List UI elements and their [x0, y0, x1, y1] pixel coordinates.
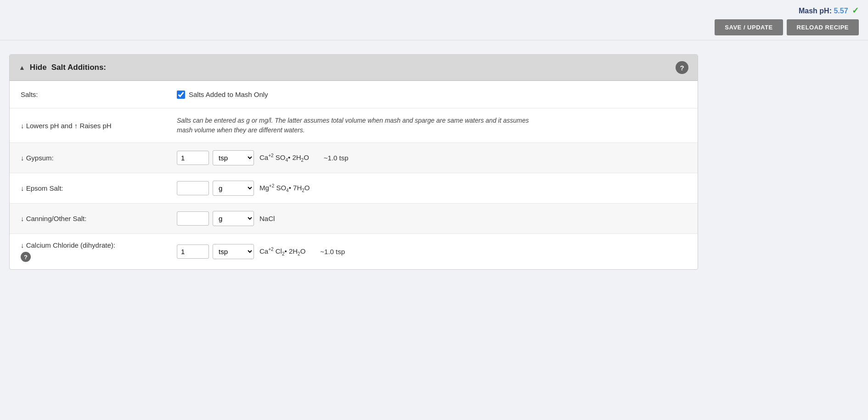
- section-help-icon[interactable]: ?: [676, 61, 688, 74]
- gypsum-amount-input[interactable]: [177, 151, 209, 165]
- salts-checkbox-label[interactable]: Salts Added to Mash Only: [177, 91, 268, 99]
- salts-content: Salts Added to Mash Only: [177, 91, 687, 99]
- canning-salt-content: g tsp mg/l NaCl: [177, 211, 687, 226]
- ph-note-text: Salts can be entered as g or mg/l. The l…: [177, 116, 544, 135]
- section-body: Salts: Salts Added to Mash Only ↓ Lowers…: [10, 81, 698, 269]
- salts-label: Salts:: [21, 91, 177, 98]
- gypsum-unit-select[interactable]: g tsp mg/l: [213, 150, 254, 165]
- calcium-chloride-label: ↓ Calcium Chloride (dihydrate): ?: [21, 241, 177, 262]
- epsom-row: ↓ Epsom Salt: g tsp mg/l Mg+2 SO4• 7H2O: [10, 173, 698, 204]
- salts-row: Salts: Salts Added to Mash Only: [10, 81, 698, 108]
- ph-note-label: ↓ Lowers pH and ↑ Raises pH: [21, 122, 177, 130]
- canning-salt-row: ↓ Canning/Other Salt: g tsp mg/l NaCl: [10, 204, 698, 234]
- canning-salt-unit-select[interactable]: g tsp mg/l: [213, 211, 254, 226]
- epsom-formula: Mg+2 SO4• 7H2O: [259, 183, 310, 193]
- canning-salt-label: ↓ Canning/Other Salt:: [21, 215, 177, 222]
- gypsum-row: ↓ Gypsum: g tsp mg/l Ca+2 SO4• 2H2O ~1.0…: [10, 143, 698, 173]
- epsom-label: ↓ Epsom Salt:: [21, 184, 177, 192]
- mash-ph-label: Mash pH:: [799, 7, 832, 15]
- calcium-chloride-label-text: ↓ Calcium Chloride (dihydrate):: [21, 241, 115, 249]
- ph-note-content: Salts can be entered as g or mg/l. The l…: [177, 116, 687, 135]
- reload-recipe-button[interactable]: RELOAD RECIPE: [787, 19, 859, 35]
- calcium-chloride-formula: Ca+2 Cl2• 2H2O: [259, 247, 305, 256]
- top-bar: Mash pH: 5.57 ✓ SAVE / UPDATE RELOAD REC…: [0, 0, 868, 40]
- section-toggle-label[interactable]: Hide: [30, 63, 47, 72]
- mash-ph-check-icon: ✓: [852, 6, 859, 15]
- top-buttons: SAVE / UPDATE RELOAD RECIPE: [715, 19, 859, 35]
- salt-additions-panel: ▲ Hide Salt Additions: ? Salts: Salts Ad…: [9, 54, 698, 270]
- canning-salt-formula: NaCl: [259, 215, 275, 222]
- toggle-triangle-icon: ▲: [19, 64, 25, 71]
- mash-ph-value: 5.57: [834, 7, 848, 15]
- gypsum-approx: ~1.0 tsp: [324, 154, 349, 162]
- calcium-chloride-label-row: ↓ Calcium Chloride (dihydrate):: [21, 241, 115, 249]
- calcium-chloride-row: ↓ Calcium Chloride (dihydrate): ? g tsp …: [10, 234, 698, 269]
- section-header: ▲ Hide Salt Additions: ?: [10, 55, 698, 81]
- calcium-chloride-content: g tsp mg/l Ca+2 Cl2• 2H2O ~1.0 tsp: [177, 244, 687, 259]
- salts-checkbox-text: Salts Added to Mash Only: [189, 91, 268, 98]
- salts-added-mash-only-checkbox[interactable]: [177, 91, 185, 99]
- calcium-chloride-amount-input[interactable]: [177, 244, 209, 259]
- gypsum-label: ↓ Gypsum:: [21, 154, 177, 162]
- section-title: Salt Additions:: [51, 63, 106, 72]
- epsom-unit-select[interactable]: g tsp mg/l: [213, 181, 254, 196]
- calcium-chloride-help-icon[interactable]: ?: [21, 252, 31, 262]
- section-header-left: ▲ Hide Salt Additions:: [19, 63, 106, 72]
- main-content: ▲ Hide Salt Additions: ? Salts: Salts Ad…: [0, 40, 868, 279]
- gypsum-formula: Ca+2 SO4• 2H2O: [259, 153, 309, 163]
- epsom-amount-input[interactable]: [177, 181, 209, 195]
- ph-note-row: ↓ Lowers pH and ↑ Raises pH Salts can be…: [10, 108, 698, 143]
- mash-ph-display: Mash pH: 5.57 ✓: [799, 6, 859, 16]
- gypsum-content: g tsp mg/l Ca+2 SO4• 2H2O ~1.0 tsp: [177, 150, 687, 165]
- epsom-content: g tsp mg/l Mg+2 SO4• 7H2O: [177, 181, 687, 196]
- calcium-chloride-label-group: ↓ Calcium Chloride (dihydrate): ?: [21, 241, 177, 262]
- canning-salt-amount-input[interactable]: [177, 211, 209, 226]
- save-update-button[interactable]: SAVE / UPDATE: [715, 19, 783, 35]
- calcium-chloride-unit-select[interactable]: g tsp mg/l: [213, 244, 254, 259]
- calcium-chloride-approx: ~1.0 tsp: [320, 248, 345, 255]
